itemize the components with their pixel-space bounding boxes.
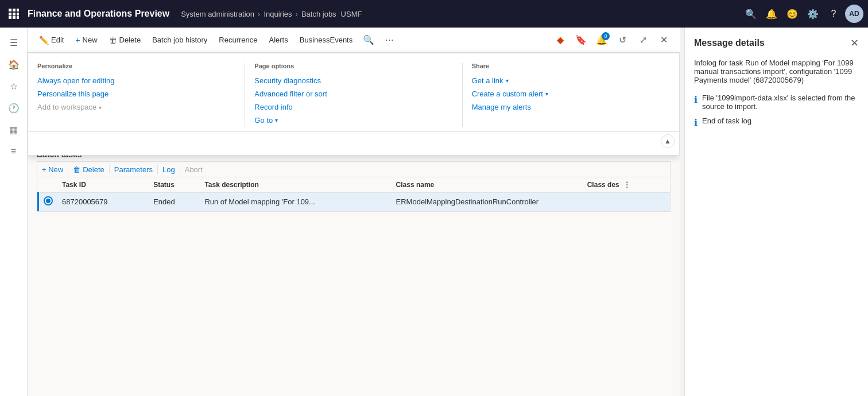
tasks-abort-btn[interactable]: Abort (185, 165, 203, 174)
notification-count: 0 (602, 32, 610, 40)
menu-personalize-page[interactable]: Personalize this page (37, 87, 235, 100)
search-bar-icon[interactable]: 🔍 (359, 31, 378, 49)
main-layout: ☰ 🏠 ☆ 🕐 ▦ ≡ ✏️ Edit + New 🗑 Delete Batch… (0, 28, 868, 396)
tasks-params-btn[interactable]: Parameters (114, 165, 153, 174)
settings-icon[interactable]: ⚙️ (804, 5, 822, 23)
chevron-link: ▾ (506, 77, 509, 84)
bell-icon[interactable]: 🔔 (762, 5, 781, 23)
content-area: ✏️ Edit + New 🗑 Delete Batch job history… (28, 28, 680, 396)
svg-rect-1 (13, 9, 16, 11)
breadcrumb-inquiries[interactable]: Inquiries (264, 10, 292, 18)
chevron-go-to: ▾ (275, 117, 278, 123)
menu-row: Personalize Always open for editing Pers… (28, 58, 679, 131)
action-bar: ✏️ Edit + New 🗑 Delete Batch job history… (28, 28, 680, 53)
delete-button[interactable]: 🗑 Delete (104, 33, 146, 47)
right-panel-item-text-2: End of task log (702, 117, 751, 125)
delete-icon: 🗑 (109, 36, 117, 45)
notification-icon[interactable]: 🔔 0 (592, 31, 611, 49)
menu-create-alert[interactable]: Create a custom alert ▾ (472, 87, 670, 100)
table-header-row: Task ID Status Task description Class na… (38, 177, 671, 193)
right-panel-item-2: ℹ End of task log (694, 117, 859, 128)
help-icon[interactable]: ? (824, 5, 843, 23)
sidebar-hamburger[interactable]: ☰ (3, 32, 24, 53)
info-circle-icon-1: ℹ (694, 94, 698, 105)
info-circle-icon-2: ℹ (694, 117, 698, 128)
smiley-icon[interactable]: 😊 (783, 5, 801, 23)
col-task-id: Task ID (57, 177, 149, 193)
app-title: Finance and Operations Preview (28, 9, 169, 19)
cell-class-name: ERModelMappingDestinationRunController (392, 193, 583, 211)
menu-col-share: Share Get a link ▾ Create a custom alert… (463, 63, 679, 127)
avatar[interactable]: AD (845, 5, 863, 23)
close-panel-icon[interactable]: ✕ (654, 31, 673, 49)
app-grid-icon[interactable] (5, 5, 23, 23)
svg-rect-6 (9, 16, 11, 19)
chevron-icon: › (258, 10, 260, 18)
svg-rect-0 (9, 9, 11, 11)
toolbar-divider-4 (180, 165, 180, 174)
right-panel-header: Message details ✕ (694, 37, 859, 49)
breadcrumb-system-admin[interactable]: System administration (181, 10, 254, 18)
menu-go-to[interactable]: Go to ▾ (254, 114, 452, 127)
more-button[interactable]: ··· (380, 31, 398, 49)
nav-right: 🔍 🔔 😊 ⚙️ ? AD (742, 5, 863, 23)
expand-icon[interactable]: ⤢ (634, 31, 652, 49)
search-icon[interactable]: 🔍 (742, 5, 760, 23)
tasks-new-btn[interactable]: + New (42, 165, 63, 174)
right-panel-items: ℹ File '1099import-data.xlsx' is selecte… (694, 94, 859, 128)
dropdown-menu: Personalize Always open for editing Pers… (28, 53, 680, 156)
refresh-icon[interactable]: ↺ (613, 31, 631, 49)
breadcrumb-batch-jobs[interactable]: Batch jobs (301, 10, 336, 18)
menu-advanced-filter[interactable]: Advanced filter or sort (254, 87, 452, 100)
sidebar-modules[interactable]: ≡ (3, 141, 24, 162)
right-panel-close-btn[interactable]: ✕ (850, 37, 859, 49)
menu-manage-alerts[interactable]: Manage my alerts (472, 100, 670, 114)
svg-rect-8 (17, 16, 19, 19)
tasks-delete-btn[interactable]: 🗑 Delete (73, 165, 104, 174)
sidebar-recent[interactable]: 🕐 (3, 98, 24, 118)
svg-rect-7 (13, 16, 16, 19)
new-button[interactable]: + New (71, 33, 102, 47)
tasks-log-btn[interactable]: Log (162, 165, 175, 174)
col-radio (38, 177, 58, 193)
diamond-icon[interactable]: ◆ (551, 31, 569, 49)
toolbar-divider-3 (157, 165, 158, 174)
edit-button[interactable]: ✏️ Edit (34, 33, 68, 47)
batch-tasks-table: Task ID Status Task description Class na… (37, 177, 671, 212)
menu-security-diagnostics[interactable]: Security diagnostics (254, 74, 452, 87)
sidebar-workspaces[interactable]: ▦ (3, 119, 24, 140)
menu-add-to-workspace[interactable]: Add to workspace ▾ (37, 100, 235, 114)
menu-always-open[interactable]: Always open for editing (37, 74, 235, 87)
table-row[interactable]: 68720005679 Ended Run of Model mapping '… (38, 193, 671, 211)
menu-col-page-options: Page options Security diagnostics Advanc… (245, 63, 462, 127)
tasks-table: Task ID Status Task description Class na… (37, 177, 670, 211)
batch-job-history-button[interactable]: Batch job history (148, 33, 212, 46)
sidebar-favorites[interactable]: ☆ (3, 76, 24, 96)
menu-get-a-link[interactable]: Get a link ▾ (472, 74, 670, 87)
col-description: Task description (200, 177, 391, 193)
tasks-toolbar: + New 🗑 Delete Parameters Log Abort (37, 161, 671, 177)
toolbar-divider-1 (68, 165, 68, 174)
radio-selected (44, 196, 53, 205)
page-options-header: Page options (254, 63, 452, 69)
recurrence-button[interactable]: Recurrence (214, 33, 262, 46)
bookmark-icon[interactable]: 🔖 (572, 31, 590, 49)
svg-rect-3 (9, 13, 11, 15)
business-events-button[interactable]: BusinessEvents (295, 33, 358, 46)
right-panel-item-text-1: File '1099import-data.xlsx' is selected … (702, 94, 859, 111)
menu-col-personalize: Personalize Always open for editing Pers… (28, 63, 245, 127)
collapse-dropdown-btn[interactable]: ▲ (661, 134, 675, 148)
chevron-icon-2: › (296, 10, 298, 18)
cell-class-des (583, 193, 670, 211)
menu-record-info[interactable]: Record info (254, 100, 452, 114)
left-sidebar: ☰ 🏠 ☆ 🕐 ▦ ≡ (0, 28, 28, 396)
col-class-des: Class des ⋮ (583, 177, 670, 193)
action-bar-right: ◆ 🔖 🔔 0 ↺ ⤢ ✕ (551, 31, 673, 49)
alerts-button[interactable]: Alerts (265, 33, 293, 46)
sidebar-home[interactable]: 🏠 (3, 54, 24, 75)
col-menu-icon[interactable]: ⋮ (623, 181, 630, 189)
breadcrumb: System administration › Inquiries › Batc… (181, 10, 336, 18)
scrollbar (680, 28, 684, 396)
right-panel-body: Infolog for task Run of Model mapping 'F… (694, 59, 859, 128)
env-label: USMF (341, 10, 362, 18)
